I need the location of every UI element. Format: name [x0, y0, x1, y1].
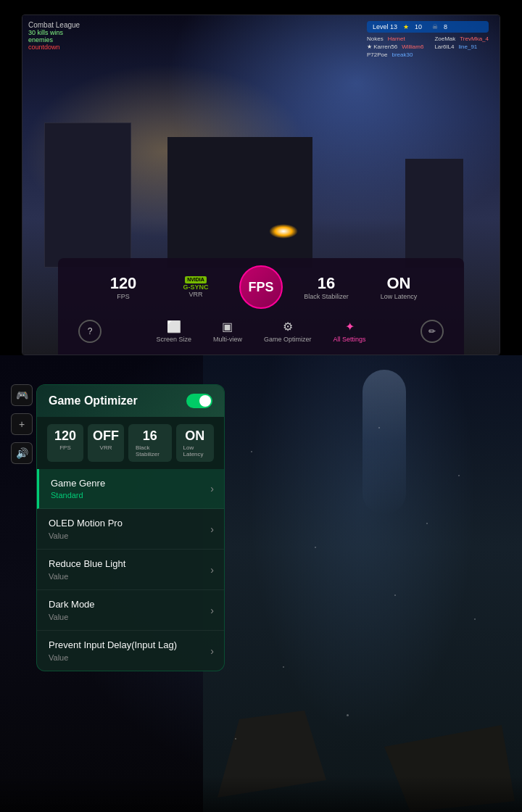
opt-fps-stat: 120 FPS	[47, 424, 83, 462]
black-stab-stat: 16 Black Stabilizer	[297, 274, 355, 300]
stars-icon: ★	[403, 23, 409, 30]
top-left-hud: Combat League 30 kills wins enemies coun…	[28, 21, 80, 51]
left-sidebar: 🎮 + 🔊	[11, 384, 33, 464]
gsync-text: G-SYNC	[183, 283, 208, 291]
menu-oled-motion-arrow: ›	[210, 523, 214, 535]
building-right	[405, 159, 463, 268]
fps-badge-label: FPS	[248, 281, 273, 294]
menu-item-dark-mode[interactable]: Dark Mode Value ›	[37, 590, 224, 631]
gsync-stat: NVIDIA G-SYNC VRR	[167, 276, 225, 298]
countdown-label: countdown	[28, 44, 80, 51]
opt-latency-value: ON	[185, 428, 204, 444]
ctrl-all-settings[interactable]: ✦ All Settings	[334, 319, 366, 343]
player3: P72Poebreak30	[367, 51, 423, 58]
bottom-gradient	[0, 776, 522, 812]
screen-size-icon: ⬜	[164, 319, 184, 334]
fps-value: 120	[110, 274, 137, 293]
game-frame: Combat League 30 kills wins enemies coun…	[22, 14, 500, 355]
hud-controls: ⬜ Screen Size ▣ Multi-view ⚙ Game Optimi…	[72, 315, 450, 347]
sidebar-volume-icon[interactable]: 🔊	[11, 442, 33, 464]
sidebar-controller-icon[interactable]: 🎮	[11, 384, 33, 406]
optimizer-header: Game Optimizer	[37, 385, 224, 417]
opt-latency-label: Low Latency	[183, 444, 207, 457]
menu-dark-mode-value: Value	[49, 613, 212, 621]
menu-reduce-blue-light-title: Reduce Blue Light	[49, 558, 212, 571]
menu-game-genre-arrow: ›	[210, 483, 214, 494]
latency-value: ON	[387, 274, 411, 293]
menu-dark-mode-title: Dark Mode	[49, 599, 212, 611]
waterfall	[362, 370, 406, 515]
ctrl-game-optimizer[interactable]: ⚙ Game Optimizer	[264, 319, 312, 343]
opt-black-stab-label: Black Stabilizer	[136, 444, 165, 457]
building-left	[44, 123, 131, 268]
top-section: Combat League 30 kills wins enemies coun…	[0, 0, 522, 355]
kills-icon: ☠	[432, 23, 438, 30]
player1: NokesHarnet	[367, 36, 423, 42]
opt-fps-label: FPS	[59, 444, 71, 451]
optimizer-menu: Game Genre Standard › OLED Motion Pro Va…	[37, 469, 224, 671]
player5: Lar6IL4line_91	[434, 44, 489, 50]
fps-badge: FPS	[239, 265, 283, 309]
optimizer-toggle[interactable]	[186, 394, 212, 408]
latency-label: Low Latency	[381, 293, 418, 300]
ctrl-all-settings-label: All Settings	[334, 336, 366, 343]
sidebar-plus-icon[interactable]: +	[11, 413, 33, 435]
score-row: NokesHarnet ★ Karren56William6 P72Poebre…	[367, 36, 489, 58]
game-hud: 120 FPS NVIDIA G-SYNC VRR FPS 1	[58, 258, 464, 355]
hud-nav-left-button[interactable]: ?	[78, 320, 102, 343]
game-title: Combat League	[28, 21, 80, 29]
hud-stats: 120 FPS NVIDIA G-SYNC VRR FPS 1	[72, 265, 450, 309]
opt-vrr-label: VRR	[100, 444, 112, 451]
opt-vrr-value: OFF	[93, 428, 119, 444]
optimizer-panel: Game Optimizer 120 FPS OFF VRR 16 Black …	[36, 384, 225, 671]
hud-nav-right-button[interactable]: ✏	[420, 320, 444, 343]
menu-reduce-blue-light-value: Value	[49, 572, 212, 581]
optimizer-stats: 120 FPS OFF VRR 16 Black Stabilizer ON L…	[37, 417, 224, 469]
opt-fps-value: 120	[54, 428, 76, 444]
menu-dark-mode-arrow: ›	[210, 605, 214, 616]
all-settings-icon: ✦	[339, 319, 360, 334]
menu-input-delay-arrow: ›	[210, 645, 214, 657]
fps-stat: 120 FPS	[94, 274, 152, 300]
optimizer-title: Game Optimizer	[49, 394, 138, 407]
opt-latency-stat: ON Low Latency	[176, 424, 214, 462]
level-text: Level 13	[373, 23, 397, 30]
ctrl-multi-view-label: Multi-view	[213, 336, 242, 343]
menu-oled-motion-title: OLED Motion Pro	[49, 518, 212, 530]
menu-item-oled-motion[interactable]: OLED Motion Pro Value ›	[37, 509, 224, 550]
toggle-knob	[199, 395, 211, 407]
menu-reduce-blue-light-arrow: ›	[210, 564, 214, 576]
game-optimizer-icon: ⚙	[278, 319, 298, 334]
ctrl-screen-size-label: Screen Size	[156, 336, 191, 343]
opt-vrr-stat: OFF VRR	[88, 424, 124, 462]
kills-label: 30 kills wins	[28, 29, 80, 36]
menu-item-reduce-blue-light[interactable]: Reduce Blue Light Value ›	[37, 550, 224, 590]
team2: ZoeMakTrevMka_4 Lar6IL4line_91	[434, 36, 489, 58]
building-center	[167, 137, 312, 268]
menu-game-genre-title: Game Genre	[51, 478, 212, 490]
muzzle-flash	[269, 224, 298, 239]
menu-item-input-delay[interactable]: Prevent Input Delay(Input Lag) Value ›	[37, 631, 224, 671]
gsync-logo: NVIDIA	[185, 276, 207, 283]
level-bar: Level 13 ★ 10 ☠ 8	[367, 21, 489, 33]
multi-view-icon: ▣	[218, 319, 238, 334]
scene-overlay	[203, 355, 522, 812]
fps-label: FPS	[117, 293, 130, 300]
menu-game-genre-value: Standard	[51, 491, 212, 500]
menu-item-game-genre[interactable]: Game Genre Standard ›	[37, 469, 224, 510]
ctrl-multi-view[interactable]: ▣ Multi-view	[213, 319, 242, 343]
black-stab-value: 16	[318, 274, 335, 293]
player2: ★ Karren56William6	[367, 44, 423, 50]
vrr-label: VRR	[188, 291, 202, 298]
opt-black-stab-value: 16	[143, 428, 157, 444]
player4: ZoeMakTrevMka_4	[434, 36, 489, 42]
bottom-section: 🎮 + 🔊 Game Optimizer 120 FPS OFF VRR 16 …	[0, 355, 522, 812]
ctrl-game-optimizer-label: Game Optimizer	[264, 336, 312, 343]
stars-count: 10	[415, 23, 422, 30]
kills-count: 8	[444, 23, 447, 30]
menu-input-delay-title: Prevent Input Delay(Input Lag)	[49, 639, 212, 652]
scoreboard: Level 13 ★ 10 ☠ 8 NokesHarnet ★ Karren56…	[367, 21, 489, 58]
opt-black-stab-stat: 16 Black Stabilizer	[128, 424, 172, 462]
ctrl-screen-size[interactable]: ⬜ Screen Size	[156, 319, 191, 343]
latency-stat: ON Low Latency	[370, 274, 428, 300]
